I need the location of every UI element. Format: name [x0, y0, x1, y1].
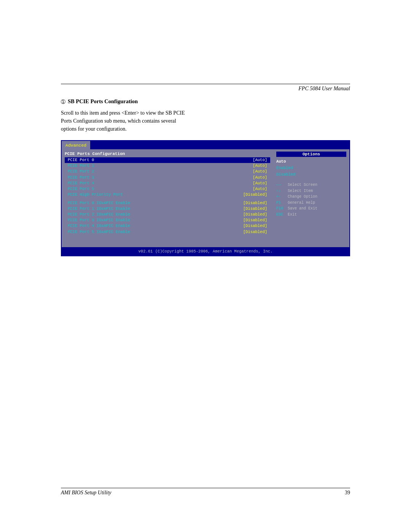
section-description: Scroll to this item and press <Enter> to…: [61, 109, 350, 133]
bios-row-ioapic2: PCIE Port 2 IOxAPIC Enable [Disabled]: [65, 212, 270, 217]
bios-label-ioapic2: PCIE Port 2 IOxAPIC Enable: [68, 212, 130, 217]
bios-row-ioapic0: PCIE Port 0 IOxAPIC Enable [Disabled]: [65, 200, 270, 206]
bios-value-port5: [Auto]: [253, 186, 267, 192]
bios-right-panel: Options Auto Enabled Disabled ←→ Select …: [273, 149, 349, 247]
bios-key-change-option: +- Change Option: [276, 194, 346, 200]
page: FPC 5084 User Manual ➀ SB PCIE Ports Con…: [0, 0, 411, 532]
bios-value-port3: [Auto]: [253, 175, 267, 181]
bios-key-desc-select-item: Select Item: [288, 188, 313, 194]
bios-row-high-priority: PCIE High Priority Port [Disabled]: [65, 192, 270, 198]
section-bullet: ➀: [61, 99, 65, 105]
bios-key-f10: F10: [276, 206, 288, 212]
bios-value-ioapic5: [Disabled]: [243, 229, 267, 235]
bios-screenshot: Advanced PCIE Ports Configuration PCIE P…: [61, 140, 350, 256]
footer-rule: [61, 488, 350, 488]
bios-key-exit: ESC Exit: [276, 212, 346, 218]
bios-label-port2: PCIE Port 2: [68, 169, 94, 174]
bios-bottom-bar: v02.61 (C)Copyright 1985-2006, American …: [62, 247, 349, 256]
footer-left: AMI BIOS Setup Utility: [61, 490, 112, 496]
bios-footer-text: v02.61 (C)Copyright 1985-2006, American …: [139, 249, 273, 254]
bios-value-port1: [Auto]: [253, 163, 267, 169]
footer-right: 39: [345, 490, 350, 496]
bios-row-ioapic5: PCIE Port 5 IOxAPIC Enable [Disabled]: [65, 229, 270, 235]
bios-option-enabled: Enabled: [276, 165, 346, 171]
footer-area: AMI BIOS Setup Utility 39: [61, 490, 350, 496]
bios-value-ioapic1: [Disabled]: [243, 206, 267, 212]
bios-key-desc-save-exit: Save and Exit: [288, 206, 317, 212]
bios-top-bar: Advanced: [62, 141, 349, 149]
bios-key-select-screen: ←→ Select Screen: [276, 182, 346, 188]
bios-key-desc-general-help: General Help: [288, 200, 315, 206]
bios-row-port0: PCIE Port 0 [Auto]: [65, 157, 270, 163]
bios-key-select-item: ↑↓ Select Item: [276, 188, 346, 194]
bios-left-panel: PCIE Ports Configuration PCIE Port 0 [Au…: [62, 149, 273, 247]
bios-key-esc: ESC: [276, 212, 288, 218]
bios-content: PCIE Ports Configuration PCIE Port 0 [Au…: [62, 149, 349, 247]
bios-key-save-exit: F10 Save and Exit: [276, 206, 346, 212]
bios-row-ioapic3: PCIE Port 3 IOxAPIC Enable [Disabled]: [65, 217, 270, 223]
bios-value-port0: [Auto]: [253, 157, 267, 163]
bios-row-port2: PCIE Port 2 [Auto]: [65, 169, 270, 174]
bios-label-ioapic4: PCIE Port 4 IOxAPIC Enable: [68, 223, 130, 229]
bios-value-port2: [Auto]: [253, 169, 267, 174]
bios-row-port4: PCIE Port 4 [Auto]: [65, 181, 270, 186]
bios-row-port3: PCIE Port 3 [Auto]: [65, 175, 270, 181]
bios-keymapping: ←→ Select Screen ↑↓ Select Item +- Chang…: [276, 182, 346, 217]
bios-label-port5: PCIE Port 5: [68, 186, 94, 192]
bios-value-ioapic2: [Disabled]: [243, 212, 267, 217]
bios-row-port1: PCIE Port 1 [Auto]: [65, 163, 270, 169]
bios-value-ioapic0: [Disabled]: [243, 200, 267, 206]
section-heading: ➀ SB PCIE Ports Configuration: [61, 98, 350, 105]
bios-tab-advanced: Advanced: [62, 141, 91, 149]
bios-key-desc-exit: Exit: [288, 212, 297, 218]
bios-key-plusminus: +-: [276, 194, 288, 200]
bios-label-ioapic5: PCIE Port 5 IOxAPIC Enable: [68, 229, 130, 235]
bios-label-port3: PCIE Port 3: [68, 175, 94, 181]
bios-value-port4: [Auto]: [253, 181, 267, 186]
bios-label-port1: PCIE Port 1: [68, 163, 94, 169]
bios-option-auto: Auto: [276, 158, 346, 165]
bios-value-ioapic3: [Disabled]: [243, 217, 267, 223]
header-rule: [61, 84, 350, 84]
section-area: ➀ SB PCIE Ports Configuration Scroll to …: [61, 98, 350, 133]
bios-label-ioapic1: PCIE Port 1 IOxAPIC Enable: [68, 206, 130, 212]
header-area: FPC 5084 User Manual: [61, 84, 350, 92]
section-title: SB PCIE Ports Configuration: [68, 98, 138, 105]
bios-row-port5: PCIE Port 5 [Auto]: [65, 186, 270, 192]
bios-key-arrows-lr: ←→: [276, 182, 288, 188]
bios-row-ioapic1: PCIE Port 1 IOxAPIC Enable [Disabled]: [65, 206, 270, 212]
bios-key-desc-select-screen: Select Screen: [288, 182, 317, 188]
bios-key-f1: F1: [276, 200, 288, 206]
bios-option-disabled: Disabled: [276, 171, 346, 178]
bios-options-header: Options: [276, 152, 346, 157]
bios-key-general-help: F1 General Help: [276, 200, 346, 206]
bios-value-high-priority: [Disabled]: [243, 192, 267, 198]
bios-label-port4: PCIE Port 4: [68, 181, 94, 186]
bios-value-ioapic4: [Disabled]: [243, 223, 267, 229]
header-title: FPC 5084 User Manual: [298, 86, 350, 92]
bios-row-ioapic4: PCIE Port 4 IOxAPIC Enable [Disabled]: [65, 223, 270, 229]
bios-label-high-priority: PCIE High Priority Port: [68, 192, 123, 198]
bios-label-ioapic0: PCIE Port 0 IOxAPIC Enable: [68, 200, 130, 206]
bios-key-desc-change-option: Change Option: [288, 194, 317, 200]
bios-label-port0: PCIE Port 0: [68, 157, 94, 163]
bios-key-arrows-ud: ↑↓: [276, 188, 288, 194]
bios-label-ioapic3: PCIE Port 3 IOxAPIC Enable: [68, 217, 130, 223]
bios-section-header: PCIE Ports Configuration: [65, 152, 270, 156]
